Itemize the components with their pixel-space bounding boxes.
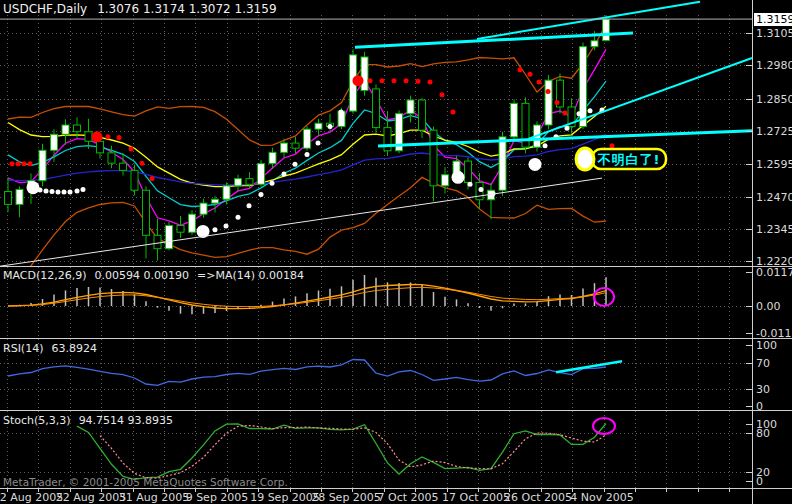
sar-red-dot (610, 143, 615, 148)
rsi-axis-label: 100 (756, 339, 777, 352)
date-axis-label: 17 Oct 2005 (442, 491, 510, 504)
sar-white-dot (588, 108, 593, 113)
axis-labels: 1.31051.29801.28501.27251.25951.24701.23… (0, 27, 792, 504)
candle (62, 125, 69, 134)
date-axis-label: 26 Oct 2005 (504, 491, 572, 504)
candle (591, 41, 598, 47)
candle (281, 143, 288, 152)
candle (304, 129, 311, 148)
sar-red-dot (129, 146, 134, 151)
sar-white-dot (305, 152, 310, 157)
sar-white-dot (577, 111, 582, 116)
sar-white-dot (270, 181, 275, 186)
date-axis-label: 22 Aug 2005 (56, 491, 126, 504)
sar-red-dot (10, 161, 15, 166)
candle (85, 132, 92, 142)
sar-white-dot (351, 92, 356, 97)
candle (603, 19, 610, 40)
rsi-axis-label: 30 (756, 383, 770, 396)
sar-red-dot (555, 100, 560, 105)
candle (373, 89, 380, 128)
sar-white-dot (81, 187, 86, 192)
stoch-axis-label: 0 (756, 475, 763, 488)
chart-canvas[interactable]: 1.31051.29801.28501.27251.25951.24701.23… (0, 0, 792, 504)
sar-white-dot (68, 190, 73, 195)
sar-red-dot (451, 110, 456, 115)
rsi-trend-segment (556, 361, 622, 372)
macd-axis-label: 0.01179 (756, 266, 792, 279)
candle (269, 152, 276, 163)
sar-red-dot (380, 78, 385, 83)
metatrader-chart-window: 1.31051.29801.28501.27251.25951.24701.23… (0, 0, 792, 504)
candle (166, 226, 173, 249)
candle (5, 192, 12, 205)
candle (189, 214, 196, 232)
sar-red-dot (106, 134, 111, 139)
candle (97, 141, 104, 153)
candle (430, 130, 437, 186)
price-axis-label: 1.2345 (756, 223, 792, 236)
candle (258, 164, 265, 185)
date-axis-label: 12 Aug 2005 (0, 491, 63, 504)
sar-white-dot (27, 181, 40, 194)
sar-red-dot (28, 161, 33, 166)
candle (499, 137, 506, 190)
sar-white-dot (44, 188, 49, 193)
rsi-axis-label: 0 (756, 400, 763, 413)
sar-white-dot (529, 158, 542, 171)
stoch-axis-label: 80 (756, 427, 770, 440)
candle (292, 143, 299, 148)
sar-white-dot (543, 143, 548, 148)
annotation-box (592, 149, 666, 169)
candle (143, 190, 150, 235)
macd-axis-label: 0.00 (756, 300, 781, 313)
sar-white-dot (468, 182, 473, 187)
sar-red-dot (368, 78, 373, 83)
date-axis-label: 31 Aug 2005 (119, 491, 189, 504)
price-axis-label: 1.2595 (756, 158, 792, 171)
sar-red-dot (140, 161, 145, 166)
sar-white-dot (56, 190, 61, 195)
candle (177, 226, 184, 233)
sar-red-dot (117, 135, 122, 140)
sar-red-dot (416, 79, 421, 84)
sar-red-dot (546, 89, 551, 94)
sar-white-dot (339, 110, 344, 115)
sar-white-dot (38, 187, 43, 192)
candle (74, 125, 81, 132)
candle (384, 128, 391, 151)
stoch-k-line (77, 424, 606, 480)
sar-white-dot (224, 224, 229, 229)
candle (131, 170, 138, 190)
macd-panel (8, 275, 606, 314)
sar-red-dot (563, 110, 568, 115)
candle (51, 134, 58, 150)
candle (361, 57, 368, 91)
sar-white-dot (328, 124, 333, 129)
sar-white-dot (316, 141, 321, 146)
sar-white-dot (479, 187, 484, 192)
sar-white-dot (247, 203, 252, 208)
sar-white-dot (236, 215, 241, 220)
candle (108, 153, 115, 163)
candle (511, 103, 518, 137)
sar-red-dot (92, 131, 103, 142)
sar-red-dot (428, 79, 433, 84)
candle (212, 199, 219, 203)
band-lower (8, 177, 606, 289)
price-axis-label: 1.3105 (756, 27, 792, 40)
candle (16, 189, 23, 204)
date-axis-label: 7 Oct 2005 (377, 491, 438, 504)
candle (120, 163, 127, 170)
overlay-lines (8, 24, 606, 289)
sar-white-dot (293, 162, 298, 167)
candle (407, 100, 414, 114)
sar-red-dot (528, 72, 533, 77)
stoch-panel (77, 424, 606, 480)
sar-white-dot (452, 171, 465, 184)
sar-red-dot (392, 78, 397, 83)
candle (39, 150, 46, 180)
sar-white-dot (282, 171, 287, 176)
sar-white-dot (213, 227, 218, 232)
candle (246, 179, 253, 185)
